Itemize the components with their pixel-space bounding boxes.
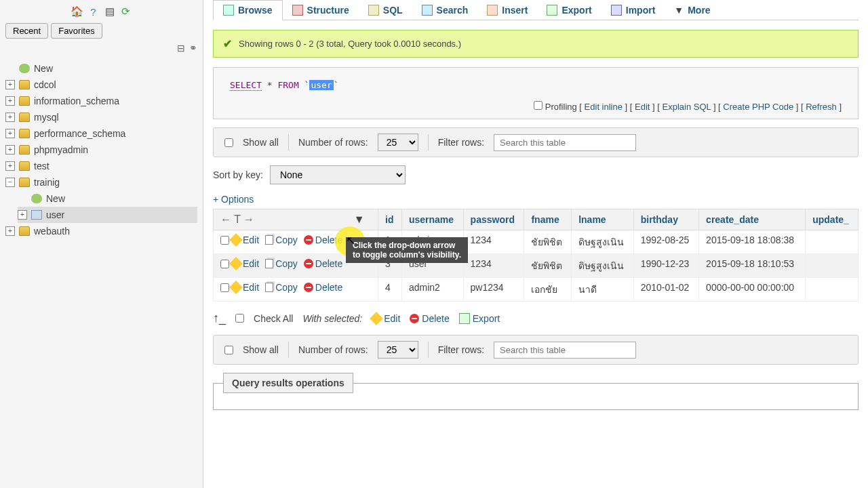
col-password[interactable]: password: [463, 209, 524, 230]
profiling-checkbox[interactable]: [534, 101, 542, 110]
link-icon[interactable]: ⚭: [189, 43, 197, 54]
tree-db-cdcol[interactable]: +cdcol: [5, 77, 197, 93]
tab-more[interactable]: ▼More: [665, 0, 719, 20]
tab-favorites[interactable]: Favorites: [51, 23, 102, 39]
show-all-checkbox[interactable]: [224, 138, 233, 147]
explain-link[interactable]: Explain SQL: [663, 102, 711, 112]
cell-update: [806, 278, 859, 302]
filter-input[interactable]: [494, 134, 636, 151]
results-table: ← T → ▼ id username password fname lname…: [213, 209, 859, 302]
row-copy[interactable]: Copy: [265, 258, 298, 269]
row-edit[interactable]: Edit: [231, 235, 259, 245]
row-edit[interactable]: Edit: [231, 258, 259, 269]
num-rows-select-2[interactable]: 25: [378, 341, 418, 359]
tree-db-webauth[interactable]: +webauth: [5, 223, 197, 239]
tree-db-phpmyadmin[interactable]: +phpmyadmin: [5, 142, 197, 158]
row-edit[interactable]: Edit: [231, 282, 259, 293]
cell-fname: ชัยพิชิต: [524, 230, 572, 254]
cell-password: 1234: [463, 230, 524, 254]
cell-birthday: 1992-08-25: [633, 230, 698, 254]
row-checkbox[interactable]: [220, 260, 229, 268]
row-checkbox[interactable]: [220, 283, 229, 292]
check-all-checkbox[interactable]: [235, 314, 244, 323]
options-toggle[interactable]: + Options: [213, 194, 859, 205]
table-row: EditCopyDelete3user1234ชัยพิชิตดิษฐสูงเน…: [214, 254, 859, 278]
row-delete[interactable]: Delete: [304, 282, 342, 293]
tree-db-test[interactable]: +test: [5, 158, 197, 174]
edit-link[interactable]: Edit: [635, 102, 650, 112]
tab-export[interactable]: Export: [537, 0, 601, 20]
tree-db-trainig[interactable]: −trainig: [5, 174, 197, 190]
tree-db-mysql[interactable]: +mysql: [5, 109, 197, 125]
col-update[interactable]: update_: [806, 209, 859, 230]
row-checkbox[interactable]: [220, 236, 229, 245]
help-icon[interactable]: ?: [87, 5, 100, 18]
tree-trainig-new[interactable]: New: [18, 190, 197, 207]
cell-password: pw1234: [463, 278, 524, 302]
show-all-label: Show all: [243, 137, 279, 148]
tree-new[interactable]: New: [5, 60, 197, 77]
cell-birthday: 1990-12-23: [633, 254, 698, 278]
bulk-arrow-icon: ↑_: [213, 311, 226, 325]
num-rows-select[interactable]: 25: [378, 134, 418, 151]
sql-preview: SELECT * FROM `user` Profiling [ Edit in…: [213, 67, 859, 119]
filter-label: Filter rows:: [438, 137, 484, 148]
row-copy[interactable]: Copy: [265, 235, 298, 245]
with-selected-label: With selected:: [302, 313, 362, 324]
bulk-edit[interactable]: Edit: [372, 313, 400, 324]
top-nav: Browse Structure SQL Search Insert Expor…: [213, 0, 859, 20]
tree-db-information-schema[interactable]: +information_schema: [5, 93, 197, 109]
refresh-link[interactable]: Refresh: [806, 102, 837, 112]
controls-bottom: Show all Number of rows: 25 Filter rows:: [213, 335, 859, 365]
cell-lname: นาดี: [572, 278, 634, 302]
col-username[interactable]: username: [401, 209, 463, 230]
collapse-icon[interactable]: ⊟: [177, 43, 185, 54]
cell-update: [806, 230, 859, 254]
cursor-icon: ↖: [346, 233, 356, 248]
row-copy[interactable]: Copy: [265, 282, 298, 293]
tab-recent[interactable]: Recent: [5, 23, 48, 39]
tree-table-user[interactable]: +user: [18, 207, 197, 223]
col-lname[interactable]: lname: [572, 209, 634, 230]
tree-db-performance-schema[interactable]: +performance_schema: [5, 125, 197, 142]
cell-lname: ดิษฐสูงเนิน: [572, 254, 634, 278]
cell-username: admin2: [401, 278, 463, 302]
tab-structure[interactable]: Structure: [283, 0, 359, 20]
tab-insert[interactable]: Insert: [477, 0, 537, 20]
success-message: ✔ Showing rows 0 - 2 (3 total, Query too…: [213, 30, 859, 58]
col-fname[interactable]: fname: [524, 209, 572, 230]
tab-browse[interactable]: Browse: [213, 0, 283, 20]
bulk-delete[interactable]: Delete: [410, 313, 449, 324]
cell-update: [806, 254, 859, 278]
tab-sql[interactable]: SQL: [359, 0, 412, 20]
bulk-export[interactable]: Export: [459, 313, 500, 324]
cell-lname: ดิษฐสูงเนิน: [572, 230, 634, 254]
row-delete[interactable]: Delete: [304, 258, 342, 269]
tooltip: Click the drop-down arrowto toggle colum…: [346, 237, 468, 263]
show-all-checkbox-2[interactable]: [224, 346, 233, 354]
sql-select: SELECT: [230, 80, 262, 91]
table-row: EditCopyDelete1admin1234ชัยพิชิตดิษฐสูงเ…: [214, 230, 859, 254]
sql-table: user: [309, 80, 333, 90]
db-tree: New +cdcol +information_schema +mysql +p…: [5, 60, 197, 239]
edit-inline-link[interactable]: Edit inline: [585, 102, 623, 112]
col-create-date[interactable]: create_date: [699, 209, 806, 230]
column-dropdown-icon[interactable]: ▼: [354, 214, 365, 225]
tab-import[interactable]: Import: [601, 0, 665, 20]
reload-icon[interactable]: ⟳: [120, 5, 132, 18]
filter-input-2[interactable]: [494, 342, 636, 359]
cell-fname: ชัยพิชิต: [524, 254, 572, 278]
cell-birthday: 2010-01-02: [633, 278, 698, 302]
cell-fname: เอกชัย: [524, 278, 572, 302]
home-icon[interactable]: 🏠: [71, 5, 83, 18]
col-birthday[interactable]: birthday: [633, 209, 698, 230]
cell-password: 1234: [463, 254, 524, 278]
tab-search[interactable]: Search: [412, 0, 478, 20]
col-id[interactable]: id: [378, 209, 402, 230]
sort-select[interactable]: None: [270, 165, 406, 184]
sql-icon[interactable]: ▤: [104, 5, 116, 18]
cell-id: 4: [378, 278, 402, 302]
sql-from: FROM: [277, 80, 298, 90]
sql-actions: Profiling [ Edit inline ] [ Edit ] [ Exp…: [230, 101, 842, 112]
create-php-link[interactable]: Create PHP Code: [723, 102, 793, 112]
